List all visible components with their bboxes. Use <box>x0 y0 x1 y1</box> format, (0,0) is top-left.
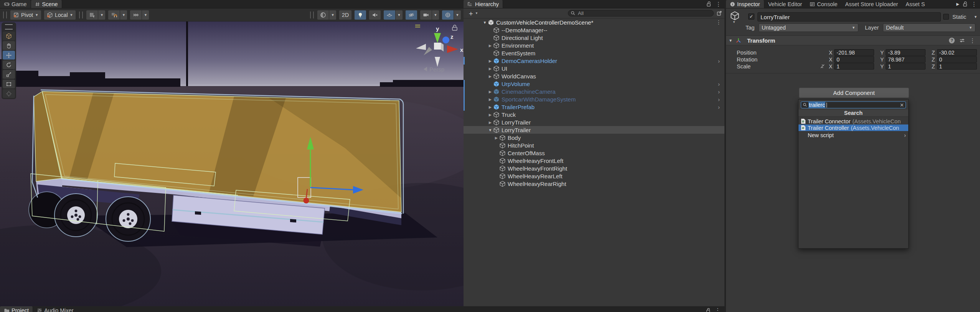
hierarchy-row[interactable]: ▶ SportcarWithDamageSystem › ⋮ <box>464 95 724 103</box>
tab-inspector[interactable]: Inspector <box>726 0 764 8</box>
increment-snap-dropdown[interactable]: ▼ <box>142 10 149 20</box>
panel-menu-icon[interactable]: ⋮ <box>715 307 721 312</box>
component-search-field[interactable]: trailerc ✕ <box>801 101 906 108</box>
foldout-arrow[interactable]: ▶ <box>487 105 493 109</box>
effects-dropdown[interactable]: ▼ <box>395 10 403 20</box>
axis-z-field[interactable]: 1 <box>937 63 977 70</box>
component-menu-icon[interactable]: ⋮ <box>970 38 975 43</box>
scene-audio-toggle[interactable] <box>369 10 381 20</box>
clear-search-icon[interactable]: ✕ <box>900 102 904 108</box>
tab-hierarchy[interactable]: Hierarchy <box>464 0 503 8</box>
hierarchy-search[interactable] <box>568 10 714 17</box>
tab-project[interactable]: Project <box>0 306 33 312</box>
shading-mode-button[interactable] <box>317 10 329 20</box>
foldout-arrow[interactable]: ▶ <box>487 97 493 101</box>
foldout-arrow[interactable]: ▼ <box>487 128 493 132</box>
rect-tool-button[interactable] <box>3 80 15 88</box>
help-icon[interactable]: ? <box>949 38 955 43</box>
hierarchy-row[interactable]: ▶ WorldCanvas › ⋮ <box>464 72 724 80</box>
tools-overlay-handle[interactable] <box>5 24 13 30</box>
toolbar-grip[interactable] <box>79 12 83 18</box>
foldout-arrow[interactable]: ▶ <box>487 66 493 71</box>
more-tabs-icon[interactable]: ▶ <box>956 2 959 6</box>
prefab-open-chevron[interactable]: › <box>718 88 720 95</box>
transform-tool-button[interactable] <box>3 89 15 98</box>
scene-effects-toggle[interactable] <box>383 10 395 20</box>
new-script-item[interactable]: New script › <box>799 132 908 138</box>
hierarchy-row[interactable]: WheelHeavyFrontLeft › ⋮ <box>464 157 724 164</box>
camera-settings-dropdown[interactable]: ▼ <box>432 10 439 20</box>
shading-mode-dropdown[interactable]: ▼ <box>329 10 337 20</box>
lock-icon[interactable] <box>706 308 711 312</box>
tab-game[interactable]: Game <box>0 0 31 8</box>
foldout-arrow[interactable]: ▶ <box>493 136 499 140</box>
prefab-open-chevron[interactable]: › <box>718 96 720 103</box>
axis-x-field[interactable]: 0 <box>834 56 874 63</box>
tab-asset-store-uploader[interactable]: Asset Store Uploader <box>841 0 902 8</box>
tab-audio-mixer[interactable]: Audio Mixer <box>33 306 78 312</box>
toolbar-grip[interactable] <box>310 12 314 18</box>
axis-z-field[interactable]: 0 <box>937 56 977 63</box>
component-result-trailer-connector[interactable]: Trailer Connector (Assets.VehicleCon <box>799 118 908 124</box>
add-component-button[interactable]: Add Component <box>799 88 909 98</box>
grid-visibility-dropdown[interactable]: ▼ <box>98 10 106 20</box>
tab-vehicle-editor[interactable]: Vehicle Editor <box>764 0 806 8</box>
2d-toggle[interactable]: 2D <box>339 10 352 20</box>
scale-tool-button[interactable] <box>3 70 15 79</box>
gizmos-toggle[interactable] <box>442 10 454 20</box>
foldout-arrow[interactable]: ▶ <box>487 59 493 63</box>
hierarchy-row[interactable]: ▶ TrailerPrefab › ⋮ <box>464 103 724 111</box>
constrain-proportions-icon[interactable] <box>820 63 825 69</box>
lock-icon[interactable] <box>962 1 968 7</box>
prefab-open-chevron[interactable]: › <box>718 104 720 110</box>
static-checkbox[interactable] <box>943 14 949 20</box>
hierarchy-row[interactable]: ▶ DemoCamerasHolder › ⋮ <box>464 57 724 65</box>
tag-dropdown[interactable]: Untagged▼ <box>759 23 858 32</box>
axis-y-field[interactable]: 1 <box>886 63 926 70</box>
hierarchy-row[interactable]: ▶ Environment › ⋮ <box>464 41 724 49</box>
tool-context-button[interactable] <box>3 32 15 40</box>
axis-x-field[interactable]: -201.98 <box>834 49 874 56</box>
hierarchy-row[interactable]: --DemoManager-- › ⋮ <box>464 26 724 34</box>
create-button[interactable]: ＋▼ <box>467 9 478 18</box>
icon-dropdown-arrow[interactable]: ▼ <box>733 20 736 24</box>
hierarchy-row[interactable]: UrpVolume › ⋮ <box>464 80 724 88</box>
gizmos-dropdown[interactable]: ▼ <box>454 10 461 20</box>
foldout-arrow[interactable]: ▶ <box>487 90 493 94</box>
hierarchy-row[interactable]: CenterOfMass › ⋮ <box>464 149 724 157</box>
increment-snap-button[interactable] <box>130 10 142 20</box>
prefab-open-chevron[interactable]: › <box>718 81 720 87</box>
axis-x-field[interactable]: 1 <box>834 63 874 70</box>
picker-icon[interactable] <box>716 10 722 16</box>
panel-menu-icon[interactable]: ⋮ <box>971 1 977 7</box>
foldout-arrow[interactable]: ▶ <box>487 43 493 48</box>
hierarchy-row[interactable]: Directional Light › ⋮ <box>464 34 724 41</box>
hierarchy-search-input[interactable] <box>577 10 711 17</box>
hierarchy-row[interactable]: ▼ LorryTrailer › ⋮ <box>464 126 724 134</box>
gameobject-name-input[interactable] <box>757 12 941 22</box>
view-tool-button[interactable] <box>3 41 15 50</box>
hierarchy-row[interactable]: ▶ LorryTrailer › ⋮ <box>464 118 724 126</box>
tab-scene[interactable]: Scene <box>31 0 62 8</box>
hierarchy-row[interactable]: WheelHeavyFrontRight › ⋮ <box>464 164 724 172</box>
scene-viewport[interactable]: y z x Persp <box>0 22 464 306</box>
hierarchy-row[interactable]: ▼ CustomVehicleControllerDemoScene* › ⋮ <box>464 18 724 26</box>
layer-dropdown[interactable]: Default▼ <box>883 23 975 32</box>
foldout-arrow[interactable]: ▼ <box>726 38 735 43</box>
grid-visibility-button[interactable] <box>86 10 98 20</box>
tab-asset-s[interactable]: Asset S <box>902 0 926 8</box>
panel-menu-icon[interactable]: ⋮ <box>716 1 721 7</box>
presets-icon[interactable] <box>959 38 965 43</box>
hierarchy-row[interactable]: ▶ Truck › ⋮ <box>464 111 724 118</box>
hierarchy-row[interactable]: EventSystem › ⋮ <box>464 49 724 57</box>
scene-lighting-toggle[interactable] <box>354 10 366 20</box>
foldout-arrow[interactable]: ▶ <box>487 113 493 117</box>
hierarchy-row[interactable]: HitchPoint › ⋮ <box>464 141 724 149</box>
move-tool-button[interactable] <box>3 51 15 60</box>
rotate-tool-button[interactable] <box>3 60 15 69</box>
toolbar-grip[interactable] <box>3 12 7 18</box>
grid-snap-button[interactable] <box>108 10 120 20</box>
grid-snap-dropdown[interactable]: ▼ <box>120 10 127 20</box>
transform-header[interactable]: ▼ Transform ? ⋮ <box>726 35 980 45</box>
prefab-open-chevron[interactable]: › <box>718 58 720 64</box>
